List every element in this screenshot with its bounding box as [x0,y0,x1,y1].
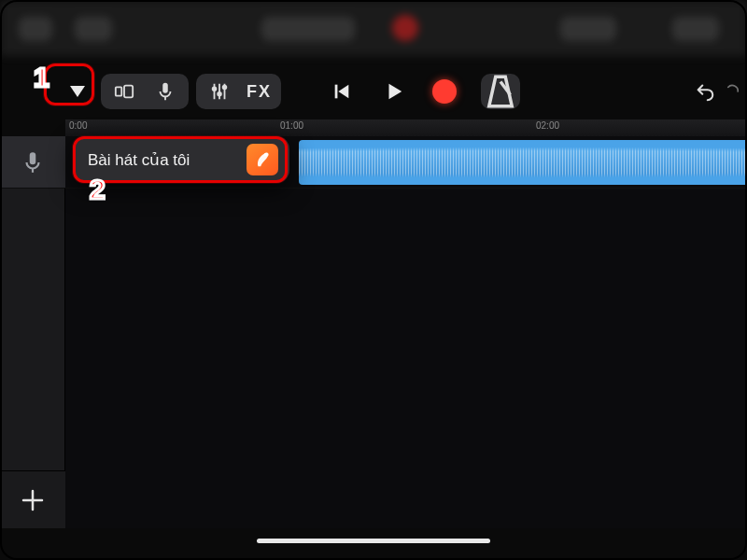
ruler-tick-1: 01:00 [280,120,303,131]
svg-point-5 [213,87,217,91]
track-header-audio[interactable] [0,136,65,189]
tracks-area[interactable] [65,136,747,528]
svg-rect-0 [116,87,121,95]
play-icon[interactable] [380,77,408,105]
garageband-app-icon [247,144,278,175]
add-track-button[interactable] [0,470,65,528]
ruler-tick-0: 0:00 [69,120,87,131]
svg-point-16 [264,153,268,157]
metronome-icon[interactable] [481,74,520,109]
svg-rect-2 [162,83,168,93]
timeline-ruler[interactable]: 0:00 01:00 02:00 [65,119,747,136]
main-toolbar: FX [0,65,747,118]
transport-controls [328,77,457,105]
history-controls [691,65,747,118]
svg-rect-1 [124,86,133,98]
skip-back-icon[interactable] [328,77,356,105]
blurred-top-nav [0,0,747,56]
svg-rect-12 [30,152,36,164]
audio-clip[interactable] [299,140,747,185]
svg-point-7 [218,92,221,96]
ruler-tick-2: 02:00 [536,120,559,131]
waveform [299,144,747,181]
my-songs-popover[interactable]: Bài hát của tôi [73,136,289,183]
mixer-sliders-icon[interactable] [205,77,233,105]
svg-point-9 [223,86,227,90]
track-browser-icon[interactable] [110,77,138,105]
popover-title: Bài hát của tôi [88,150,235,170]
redo-icon[interactable] [725,77,741,105]
my-songs-dropdown[interactable] [54,77,101,105]
svg-rect-10 [335,85,338,99]
record-icon[interactable] [432,79,457,104]
garageband-editor: FX [0,0,747,560]
fx-button[interactable]: FX [247,82,272,102]
track-header-column [0,136,65,528]
undo-icon[interactable] [691,77,719,105]
mix-controls-pill: FX [196,74,281,109]
view-controls-pill [101,74,189,109]
ios-home-indicator [257,539,490,543]
microphone-icon[interactable] [151,77,179,105]
